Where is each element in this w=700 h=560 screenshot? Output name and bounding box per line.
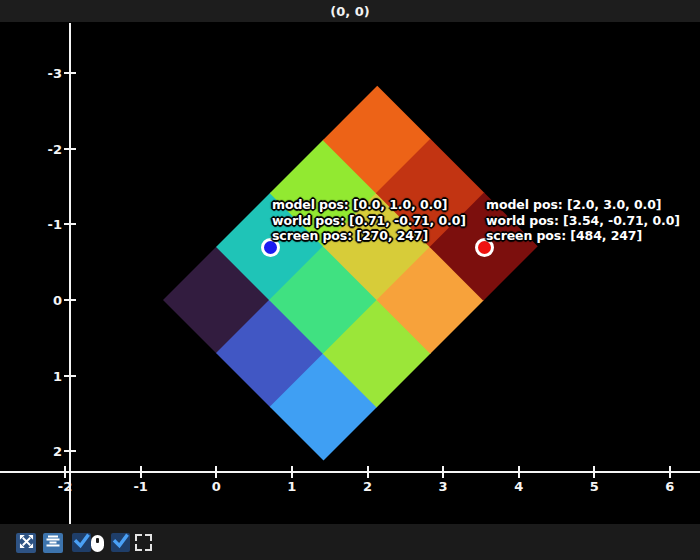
x-axis-tick-label: 4 bbox=[499, 480, 539, 493]
center-lines-button[interactable] bbox=[43, 533, 63, 553]
y-axis-tick bbox=[64, 375, 76, 377]
y-axis-tick bbox=[64, 223, 76, 225]
x-axis-tick bbox=[593, 466, 595, 478]
x-axis-tick-label: 3 bbox=[423, 480, 463, 493]
x-axis-tick-label: 0 bbox=[196, 480, 236, 493]
y-axis-line bbox=[69, 23, 71, 524]
x-axis-tick-label: 5 bbox=[574, 480, 614, 493]
y-axis-tick-label: -2 bbox=[28, 143, 62, 156]
checkmark-icon bbox=[73, 532, 90, 553]
rotated-heatmap-grid bbox=[163, 86, 537, 460]
red-probe-annotation-text: model pos: [2.0, 3.0, 0.0]world pos: [3.… bbox=[486, 197, 680, 244]
title-bar: (0, 0) bbox=[0, 0, 700, 22]
plot-canvas[interactable]: -2-10123456-3-2-1012 model pos: [0.0, 1.… bbox=[0, 22, 700, 524]
annotation-line: model pos: [2.0, 3.0, 0.0] bbox=[486, 197, 680, 213]
x-axis-tick bbox=[291, 466, 293, 478]
y-axis-tick-label: 0 bbox=[28, 294, 62, 307]
x-axis-tick-label: -2 bbox=[45, 480, 85, 493]
y-axis-tick-label: -3 bbox=[28, 67, 62, 80]
y-axis-tick bbox=[64, 72, 76, 74]
y-axis-tick-label: 1 bbox=[28, 370, 62, 383]
annotation-line: model pos: [0.0, 1.0, 0.0] bbox=[272, 197, 466, 213]
fullscreen-corner bbox=[145, 534, 152, 541]
x-axis-tick bbox=[518, 466, 520, 478]
x-axis-tick-label: 2 bbox=[348, 480, 388, 493]
x-axis-tick-label: 1 bbox=[272, 480, 312, 493]
fullscreen-corner bbox=[135, 534, 142, 541]
y-axis-tick bbox=[64, 450, 76, 452]
y-axis-tick bbox=[64, 299, 76, 301]
mouse-icon[interactable] bbox=[91, 535, 104, 552]
center-lines-icon bbox=[45, 533, 61, 553]
annotation-line: world pos: [0.71, -0.71, 0.0] bbox=[272, 213, 466, 229]
x-axis-tick bbox=[367, 466, 369, 478]
y-axis-tick-label: -1 bbox=[28, 218, 62, 231]
plot-viewer-window: (0, 0) -2-10123456-3-2-1012 model pos: [… bbox=[0, 0, 700, 560]
plot-title: (0, 0) bbox=[330, 4, 369, 19]
x-axis-tick bbox=[140, 466, 142, 478]
arrows-out-icon bbox=[19, 534, 34, 553]
y-axis-tick-label: 2 bbox=[28, 445, 62, 458]
blue-probe-annotation-text: model pos: [0.0, 1.0, 0.0]world pos: [0.… bbox=[272, 197, 466, 244]
x-axis-tick bbox=[669, 466, 671, 478]
mouse-probe-checkbox[interactable] bbox=[72, 533, 91, 552]
x-axis-tick bbox=[215, 466, 217, 478]
fullscreen-corner bbox=[135, 544, 142, 551]
x-axis-tick bbox=[64, 466, 66, 478]
x-axis-tick-label: -1 bbox=[121, 480, 161, 493]
y-axis-tick bbox=[64, 148, 76, 150]
annotation-line: screen pos: [484, 247] bbox=[486, 228, 680, 244]
checkmark-icon bbox=[112, 532, 129, 553]
annotation-line: screen pos: [270, 247] bbox=[272, 228, 466, 244]
x-axis-tick bbox=[442, 466, 444, 478]
x-axis-tick-label: 6 bbox=[650, 480, 690, 493]
fullscreen-checkbox[interactable] bbox=[111, 533, 130, 552]
annotation-line: world pos: [3.54, -0.71, 0.0] bbox=[486, 213, 680, 229]
mouse-scroll-notch bbox=[96, 538, 99, 544]
bottom-toolbar bbox=[0, 524, 700, 560]
pan-button[interactable] bbox=[16, 533, 36, 553]
fullscreen-corner bbox=[145, 544, 152, 551]
fullscreen-icon[interactable] bbox=[135, 534, 152, 551]
